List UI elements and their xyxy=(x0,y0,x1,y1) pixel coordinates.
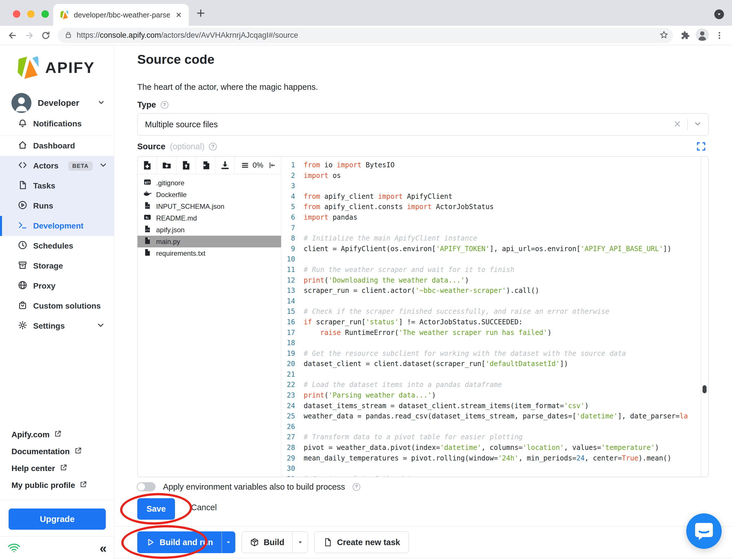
footer-link-apify-com[interactable]: Apify.com xyxy=(11,426,103,443)
collapse-file-panel-icon[interactable] xyxy=(263,156,281,174)
file-item-main-py[interactable]: main.py xyxy=(138,236,281,247)
new-file-button[interactable] xyxy=(138,156,157,174)
file-item-apify-json[interactable]: </>apify.json xyxy=(138,224,281,236)
new-tab-button[interactable] xyxy=(196,8,206,18)
sidebar-item-label: Tasks xyxy=(33,181,55,190)
source-type-select[interactable]: Multiple source files xyxy=(137,113,709,136)
sidebar-item-storage[interactable]: Storage xyxy=(0,256,114,276)
code-text xyxy=(304,181,701,191)
sidebar-item-label: Development xyxy=(33,221,84,231)
sidebar-item-schedules[interactable]: Schedules xyxy=(0,236,114,256)
help-icon[interactable]: ? xyxy=(353,483,360,491)
file-name: INPUT_SCHEMA.json xyxy=(156,202,225,211)
sidebar-bottom-bar: « xyxy=(0,537,114,560)
editor-scrollbar[interactable] xyxy=(701,156,708,477)
upload-file-button[interactable] xyxy=(177,156,196,174)
env-vars-toggle-label: Apply environment variables also to buil… xyxy=(163,482,345,492)
code-text xyxy=(304,223,701,233)
code-text: from apify_client.consts import ActorJob… xyxy=(304,202,701,212)
code-line: 29mean_daily_temperatures = pivot.rollin… xyxy=(281,453,701,464)
help-icon[interactable]: ? xyxy=(209,143,217,150)
chevron-down-icon[interactable] xyxy=(693,120,702,129)
bell-icon xyxy=(18,118,27,129)
sidebar-item-tasks[interactable]: Tasks xyxy=(0,176,114,196)
browser-window: developer/bbc-weather-parser https://con… xyxy=(0,0,732,560)
account-switcher[interactable]: Developer xyxy=(11,93,114,113)
sidebar-item-proxy[interactable]: Proxy xyxy=(0,276,114,296)
chevron-down-icon xyxy=(97,98,106,108)
file-item-requirements-txt[interactable]: requirements.txt xyxy=(138,247,281,259)
tab-search-button[interactable] xyxy=(714,9,724,19)
url-bar[interactable]: https://console.apify.com/actors/dev/AvV… xyxy=(58,28,673,43)
sidebar-item-development[interactable]: Development xyxy=(0,216,114,236)
file-item-dockerfile[interactable]: Dockerfile xyxy=(138,189,281,200)
browser-tab[interactable]: developer/bbc-weather-parser xyxy=(53,4,189,26)
code-text: scraper_run = client.actor('~bbc-weather… xyxy=(304,285,701,296)
apify-logo[interactable]: APIFY xyxy=(15,55,114,80)
file-name: main.py xyxy=(156,238,180,246)
code-pane[interactable]: 1from io import BytesIO2import os34from … xyxy=(281,156,708,477)
collapse-sidebar-icon[interactable]: « xyxy=(100,542,107,555)
forward-icon[interactable] xyxy=(23,29,35,42)
code-text: # Transform data to a pivot table for ea… xyxy=(304,432,701,442)
extensions-puzzle-icon[interactable] xyxy=(679,29,691,42)
sidebar-item-custom-solutions[interactable]: Custom solutions xyxy=(0,296,114,316)
fullscreen-expand-icon[interactable] xyxy=(697,142,706,152)
source-label: Source xyxy=(137,142,165,151)
file-icon xyxy=(323,538,332,547)
sidebar-item-settings[interactable]: Settings xyxy=(0,316,114,336)
help-icon[interactable]: ? xyxy=(161,101,168,109)
json-file-icon: </> xyxy=(143,201,152,211)
scrollbar-thumb[interactable] xyxy=(703,385,707,393)
code-text xyxy=(304,296,701,307)
cancel-button[interactable]: Cancel xyxy=(191,503,217,512)
file-item--gitignore[interactable]: git.gitignore xyxy=(138,177,281,189)
sidebar-item-label: Actors xyxy=(33,161,59,170)
macos-minimize-button[interactable] xyxy=(27,10,35,18)
download-files-button[interactable] xyxy=(215,156,235,174)
macos-zoom-button[interactable] xyxy=(41,10,49,18)
sidebar-item-notifications[interactable]: Notifications xyxy=(0,116,114,132)
chat-widget-button[interactable] xyxy=(686,513,722,549)
sidebar-item-dashboard[interactable]: Dashboard xyxy=(0,136,114,156)
footer-link-label: Help center xyxy=(11,464,55,473)
clear-icon[interactable] xyxy=(673,120,682,129)
code-text: print('Parsing weather data...') xyxy=(304,390,701,401)
rename-file-button[interactable] xyxy=(196,156,215,174)
browser-menu-dots-icon[interactable] xyxy=(713,29,726,42)
env-vars-toggle[interactable] xyxy=(137,482,156,491)
reload-icon[interactable] xyxy=(39,29,52,42)
footer-link-my-public-profile[interactable]: My public profile xyxy=(11,477,103,494)
browser-profile-avatar[interactable] xyxy=(695,28,709,43)
external-link-icon xyxy=(60,464,68,473)
line-number: 24 xyxy=(281,401,304,411)
bookmark-star-icon[interactable] xyxy=(659,30,668,41)
back-icon[interactable] xyxy=(6,29,19,42)
tab-close-icon[interactable] xyxy=(175,11,183,19)
new-folder-button[interactable] xyxy=(157,156,177,174)
build-and-run-dropdown-button[interactable] xyxy=(222,531,235,553)
line-number: 31 xyxy=(281,474,304,477)
bag-icon xyxy=(18,300,27,312)
code-text: from io import BytesIO xyxy=(304,160,701,170)
sidebar-item-runs[interactable]: Runs xyxy=(0,196,114,216)
play-icon xyxy=(18,200,27,212)
file-panel: 0% git.gitignoreDockerfile</>INPUT_SCHEM… xyxy=(138,156,281,477)
external-link-icon xyxy=(54,430,62,440)
editor-zoom-control[interactable]: 0% xyxy=(235,156,263,174)
create-new-task-button[interactable]: Create new task xyxy=(314,531,409,553)
sidebar-item-label: Notifications xyxy=(33,119,82,128)
code-text: print('Downloading the weather data...') xyxy=(304,275,701,286)
build-button[interactable]: Build xyxy=(242,532,293,553)
footer-link-documentation[interactable]: Documentation xyxy=(11,443,103,460)
code-line: 8# Initialize the main ApifyClient insta… xyxy=(281,233,701,244)
sidebar-item-actors[interactable]: ActorsBETA xyxy=(0,156,114,176)
svg-text:</>: </> xyxy=(146,229,150,231)
footer-link-help-center[interactable]: Help center xyxy=(11,460,103,477)
line-number: 11 xyxy=(281,265,304,275)
upgrade-button[interactable]: Upgrade xyxy=(9,509,106,530)
macos-close-button[interactable] xyxy=(13,10,20,18)
file-item-input-schema-json[interactable]: </>INPUT_SCHEMA.json xyxy=(138,200,281,212)
build-dropdown-button[interactable] xyxy=(292,532,308,553)
file-item-readme-md[interactable]: M↓README.md xyxy=(138,212,281,224)
